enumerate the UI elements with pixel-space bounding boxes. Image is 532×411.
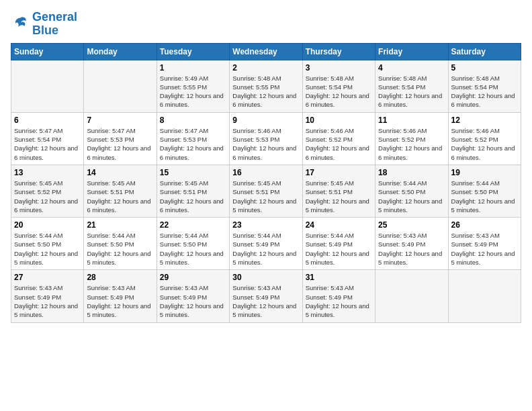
day-info: Sunrise: 5:43 AMSunset: 5:49 PMDaylight:… (232, 283, 299, 319)
calendar-cell (11, 60, 84, 112)
day-number: 24 (306, 220, 372, 230)
calendar-cell: 18Sunrise: 5:44 AMSunset: 5:50 PMDayligh… (375, 165, 448, 217)
calendar-cell: 30Sunrise: 5:43 AMSunset: 5:49 PMDayligh… (230, 270, 302, 322)
calendar-cell: 20Sunrise: 5:44 AMSunset: 5:50 PMDayligh… (11, 218, 84, 270)
calendar-week-2: 6Sunrise: 5:47 AMSunset: 5:54 PMDaylight… (11, 112, 521, 165)
calendar-cell: 23Sunrise: 5:44 AMSunset: 5:49 PMDayligh… (230, 218, 302, 270)
weekday-header-wednesday: Wednesday (230, 43, 302, 60)
day-info: Sunrise: 5:44 AMSunset: 5:49 PMDaylight:… (232, 231, 299, 267)
calendar-week-1: 1Sunrise: 5:49 AMSunset: 5:55 PMDaylight… (11, 60, 521, 112)
calendar-cell: 8Sunrise: 5:47 AMSunset: 5:53 PMDaylight… (157, 112, 229, 165)
day-number: 4 (378, 63, 445, 73)
calendar-cell: 12Sunrise: 5:46 AMSunset: 5:52 PMDayligh… (448, 112, 521, 165)
day-info: Sunrise: 5:43 AMSunset: 5:49 PMDaylight:… (306, 283, 372, 319)
day-info: Sunrise: 5:48 AMSunset: 5:54 PMDaylight:… (306, 74, 372, 109)
calendar-cell (375, 270, 448, 322)
day-number: 5 (451, 63, 518, 73)
day-number: 26 (451, 220, 518, 230)
calendar-cell: 11Sunrise: 5:46 AMSunset: 5:52 PMDayligh… (375, 112, 448, 165)
calendar-cell: 29Sunrise: 5:43 AMSunset: 5:49 PMDayligh… (157, 270, 229, 322)
day-info: Sunrise: 5:44 AMSunset: 5:50 PMDaylight:… (87, 231, 153, 267)
calendar-cell: 22Sunrise: 5:44 AMSunset: 5:50 PMDayligh… (157, 218, 229, 270)
calendar-cell: 19Sunrise: 5:44 AMSunset: 5:50 PMDayligh… (448, 165, 521, 217)
calendar-cell: 21Sunrise: 5:44 AMSunset: 5:50 PMDayligh… (84, 218, 157, 270)
day-info: Sunrise: 5:46 AMSunset: 5:52 PMDaylight:… (451, 126, 518, 162)
weekday-header-sunday: Sunday (11, 43, 84, 60)
day-number: 1 (160, 63, 226, 73)
day-number: 27 (14, 273, 81, 282)
day-info: Sunrise: 5:48 AMSunset: 5:54 PMDaylight:… (378, 74, 445, 109)
calendar-week-5: 27Sunrise: 5:43 AMSunset: 5:49 PMDayligh… (11, 270, 521, 322)
weekday-header-tuesday: Tuesday (157, 43, 229, 60)
calendar-week-4: 20Sunrise: 5:44 AMSunset: 5:50 PMDayligh… (11, 218, 521, 270)
day-info: Sunrise: 5:46 AMSunset: 5:52 PMDaylight:… (306, 126, 372, 162)
weekday-header-friday: Friday (375, 43, 448, 60)
day-number: 25 (378, 220, 445, 230)
day-info: Sunrise: 5:44 AMSunset: 5:50 PMDaylight:… (451, 179, 518, 214)
day-info: Sunrise: 5:46 AMSunset: 5:53 PMDaylight:… (232, 126, 299, 162)
calendar-cell: 17Sunrise: 5:45 AMSunset: 5:51 PMDayligh… (302, 165, 375, 217)
day-number: 31 (306, 273, 372, 282)
day-info: Sunrise: 5:45 AMSunset: 5:51 PMDaylight:… (232, 179, 299, 214)
day-info: Sunrise: 5:44 AMSunset: 5:50 PMDaylight:… (14, 231, 81, 267)
day-number: 30 (232, 273, 299, 282)
day-number: 2 (232, 63, 299, 73)
calendar-cell: 13Sunrise: 5:45 AMSunset: 5:52 PMDayligh… (11, 165, 84, 217)
calendar-cell: 24Sunrise: 5:44 AMSunset: 5:49 PMDayligh… (302, 218, 375, 270)
day-info: Sunrise: 5:44 AMSunset: 5:50 PMDaylight:… (378, 179, 445, 214)
day-info: Sunrise: 5:48 AMSunset: 5:55 PMDaylight:… (232, 74, 299, 109)
day-number: 16 (232, 168, 299, 177)
weekday-header-monday: Monday (84, 43, 157, 60)
calendar-cell: 14Sunrise: 5:45 AMSunset: 5:51 PMDayligh… (84, 165, 157, 217)
day-info: Sunrise: 5:47 AMSunset: 5:53 PMDaylight:… (87, 126, 153, 162)
day-number: 6 (14, 116, 81, 125)
calendar-cell: 5Sunrise: 5:48 AMSunset: 5:54 PMDaylight… (448, 60, 521, 112)
day-info: Sunrise: 5:44 AMSunset: 5:49 PMDaylight:… (306, 231, 372, 267)
calendar-week-3: 13Sunrise: 5:45 AMSunset: 5:52 PMDayligh… (11, 165, 521, 217)
calendar-cell: 2Sunrise: 5:48 AMSunset: 5:55 PMDaylight… (230, 60, 302, 112)
day-info: Sunrise: 5:43 AMSunset: 5:49 PMDaylight:… (451, 231, 518, 267)
day-number: 12 (451, 116, 518, 125)
day-number: 15 (160, 168, 226, 177)
day-number: 10 (306, 116, 372, 125)
calendar-cell (448, 270, 521, 322)
calendar-cell: 26Sunrise: 5:43 AMSunset: 5:49 PMDayligh… (448, 218, 521, 270)
day-number: 21 (87, 220, 153, 230)
day-info: Sunrise: 5:45 AMSunset: 5:52 PMDaylight:… (14, 179, 81, 214)
calendar-cell: 9Sunrise: 5:46 AMSunset: 5:53 PMDaylight… (230, 112, 302, 165)
day-number: 29 (160, 273, 226, 282)
logo: General Blue (11, 11, 77, 38)
day-number: 18 (378, 168, 445, 177)
day-number: 9 (232, 116, 299, 125)
day-number: 28 (87, 273, 153, 282)
day-number: 22 (160, 220, 226, 230)
calendar-cell: 3Sunrise: 5:48 AMSunset: 5:54 PMDaylight… (302, 60, 375, 112)
day-info: Sunrise: 5:48 AMSunset: 5:54 PMDaylight:… (451, 74, 518, 109)
day-info: Sunrise: 5:47 AMSunset: 5:54 PMDaylight:… (14, 126, 81, 162)
day-info: Sunrise: 5:45 AMSunset: 5:51 PMDaylight:… (87, 179, 153, 214)
calendar-cell: 4Sunrise: 5:48 AMSunset: 5:54 PMDaylight… (375, 60, 448, 112)
calendar-cell: 6Sunrise: 5:47 AMSunset: 5:54 PMDaylight… (11, 112, 84, 165)
calendar-cell: 16Sunrise: 5:45 AMSunset: 5:51 PMDayligh… (230, 165, 302, 217)
logo-text: General Blue (32, 11, 77, 38)
calendar-cell: 27Sunrise: 5:43 AMSunset: 5:49 PMDayligh… (11, 270, 84, 322)
logo-bird-icon (11, 15, 30, 34)
day-info: Sunrise: 5:46 AMSunset: 5:52 PMDaylight:… (378, 126, 445, 162)
day-info: Sunrise: 5:49 AMSunset: 5:55 PMDaylight:… (160, 74, 226, 109)
day-number: 13 (14, 168, 81, 177)
day-number: 7 (87, 116, 153, 125)
calendar-cell (84, 60, 157, 112)
day-info: Sunrise: 5:43 AMSunset: 5:49 PMDaylight:… (14, 283, 81, 319)
calendar-cell: 25Sunrise: 5:43 AMSunset: 5:49 PMDayligh… (375, 218, 448, 270)
calendar-cell: 10Sunrise: 5:46 AMSunset: 5:52 PMDayligh… (302, 112, 375, 165)
calendar-cell: 31Sunrise: 5:43 AMSunset: 5:49 PMDayligh… (302, 270, 375, 322)
weekday-header-saturday: Saturday (448, 43, 521, 60)
calendar-cell: 28Sunrise: 5:43 AMSunset: 5:49 PMDayligh… (84, 270, 157, 322)
calendar-cell: 7Sunrise: 5:47 AMSunset: 5:53 PMDaylight… (84, 112, 157, 165)
day-number: 17 (306, 168, 372, 177)
day-number: 14 (87, 168, 153, 177)
day-number: 19 (451, 168, 518, 177)
day-number: 8 (160, 116, 226, 125)
day-number: 11 (378, 116, 445, 125)
calendar-cell: 15Sunrise: 5:45 AMSunset: 5:51 PMDayligh… (157, 165, 229, 217)
